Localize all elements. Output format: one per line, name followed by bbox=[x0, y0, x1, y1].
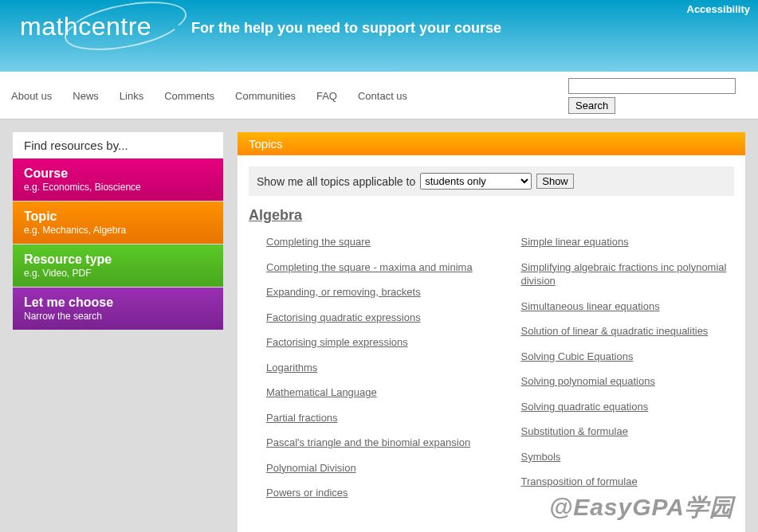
page-header: Accessibility mathcentre For the help yo… bbox=[0, 0, 758, 72]
topic-link[interactable]: Pascal's triangle and the binomial expan… bbox=[266, 436, 480, 450]
nav-faq[interactable]: FAQ bbox=[316, 90, 337, 102]
topic-link[interactable]: Simple linear equations bbox=[521, 235, 735, 249]
logo[interactable]: mathcentre bbox=[20, 12, 151, 41]
topic-link[interactable]: Solution of linear & quadratic inequalit… bbox=[521, 324, 735, 338]
sidebar-item-label: Course bbox=[24, 166, 212, 181]
topic-link[interactable]: Solving quadratic equations bbox=[521, 400, 735, 414]
topic-link[interactable]: Completing the square bbox=[266, 235, 480, 249]
section-algebra: Algebra Completing the square Completing… bbox=[238, 207, 745, 524]
topic-link[interactable]: Simplifying algebraic fractions inc poly… bbox=[521, 260, 735, 288]
topic-link[interactable]: Simultaneous linear equations bbox=[521, 299, 735, 314]
topic-link[interactable]: Logarithms bbox=[266, 361, 480, 375]
topic-link[interactable]: Completing the square - maxima and minim… bbox=[266, 260, 480, 275]
topic-link[interactable]: Factorising simple expressions bbox=[266, 335, 480, 350]
topic-link[interactable]: Expanding, or removing, brackets bbox=[266, 285, 480, 299]
sidebar-item-subtitle: e.g. Video, PDF bbox=[24, 268, 212, 279]
search-button[interactable]: Search bbox=[568, 97, 615, 114]
main-panel: Topics Show me all topics applicable to … bbox=[238, 132, 745, 532]
algebra-col-2: Simple linear equations Simplifying alge… bbox=[504, 235, 735, 511]
sidebar-item-choose[interactable]: Let me choose Narrow the search bbox=[13, 288, 223, 330]
main-header: Topics bbox=[238, 132, 745, 155]
nav-links: About us News Links Comments Communities… bbox=[11, 90, 407, 102]
accessibility-link[interactable]: Accessibility bbox=[687, 3, 751, 15]
nav-comments[interactable]: Comments bbox=[164, 90, 214, 102]
topic-link[interactable]: Powers or indices bbox=[266, 486, 480, 500]
search-region: Search bbox=[568, 78, 736, 114]
sidebar-item-label: Topic bbox=[24, 209, 212, 224]
nav-contact[interactable]: Contact us bbox=[358, 90, 407, 102]
filter-label: Show me all topics applicable to bbox=[257, 175, 415, 188]
tagline: For the help you need to support your co… bbox=[191, 20, 501, 37]
sidebar-item-subtitle: e.g. Economics, Bioscience bbox=[24, 182, 212, 193]
filter-select[interactable]: students only bbox=[420, 173, 532, 190]
nav-links[interactable]: Links bbox=[120, 90, 143, 102]
topic-link[interactable]: Solving polynomial equations bbox=[521, 374, 735, 389]
sidebar: Find resources by... Course e.g. Economi… bbox=[13, 132, 223, 331]
nav-news[interactable]: News bbox=[73, 90, 99, 102]
filter-bar: Show me all topics applicable to student… bbox=[249, 166, 734, 196]
topic-link[interactable]: Factorising quadratic expressions bbox=[266, 311, 480, 325]
topic-link[interactable]: Partial fractions bbox=[266, 411, 480, 425]
topic-link[interactable]: Mathematical Language bbox=[266, 385, 480, 400]
search-input[interactable] bbox=[568, 78, 736, 94]
navbar: About us News Links Comments Communities… bbox=[0, 72, 758, 119]
topic-link[interactable]: Transposition of formulae bbox=[521, 475, 735, 489]
topic-link[interactable]: Symbols bbox=[521, 450, 735, 464]
filter-show-button[interactable]: Show bbox=[536, 174, 574, 189]
sidebar-title: Find resources by... bbox=[13, 132, 223, 158]
algebra-col-1: Completing the square Completing the squ… bbox=[249, 235, 480, 511]
nav-about[interactable]: About us bbox=[11, 90, 52, 102]
sidebar-item-subtitle: e.g. Mechanics, Algebra bbox=[24, 225, 212, 236]
sidebar-item-resource-type[interactable]: Resource type e.g. Video, PDF bbox=[13, 244, 223, 287]
sidebar-item-topic[interactable]: Topic e.g. Mechanics, Algebra bbox=[13, 201, 223, 244]
sidebar-item-label: Resource type bbox=[24, 252, 212, 267]
sidebar-item-subtitle: Narrow the search bbox=[24, 311, 212, 322]
sidebar-item-label: Let me choose bbox=[24, 295, 212, 310]
topic-link[interactable]: Solving Cubic Equations bbox=[521, 350, 735, 364]
sidebar-item-course[interactable]: Course e.g. Economics, Bioscience bbox=[13, 158, 223, 201]
topic-link[interactable]: Substitution & formulae bbox=[521, 424, 735, 439]
section-title[interactable]: Algebra bbox=[249, 207, 734, 224]
topic-link[interactable]: Polynomial Division bbox=[266, 461, 480, 475]
nav-communities[interactable]: Communities bbox=[235, 90, 296, 102]
